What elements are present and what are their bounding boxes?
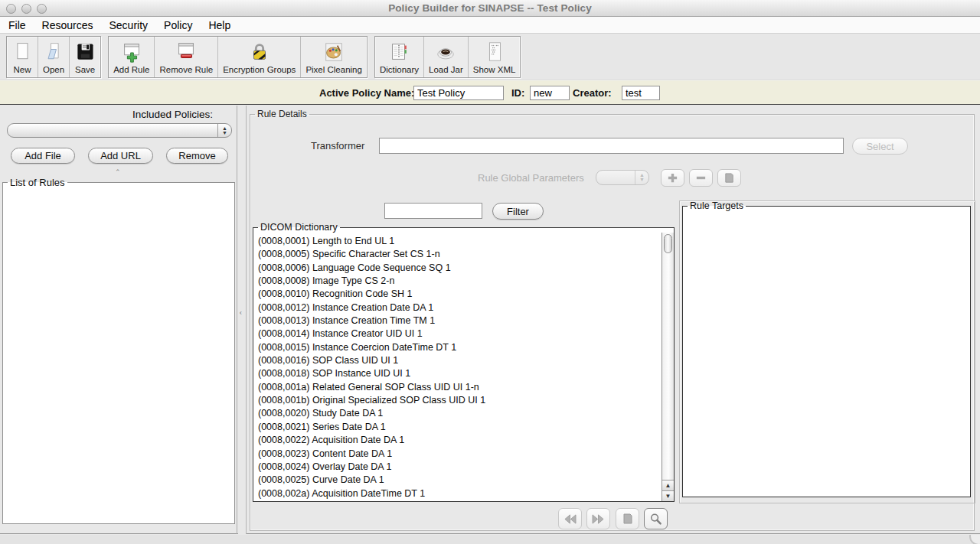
magnifier-icon <box>649 513 662 526</box>
list-item[interactable]: (0008,0008) Image Type CS 2-n <box>255 275 661 288</box>
left-panel: Included Policies: ▲▼ Add File Add URL R… <box>0 106 237 534</box>
policy-id-field[interactable] <box>530 86 570 100</box>
list-of-rules-panel[interactable]: List of Rules <box>2 177 235 524</box>
menu-item[interactable]: Resources <box>42 19 93 31</box>
transformer-field[interactable] <box>379 138 844 154</box>
list-item[interactable]: (0008,001b) Original Specialized SOP Cla… <box>255 394 661 407</box>
toolbar-group-rules: Add Rule Remove Rule <box>108 36 368 78</box>
list-item[interactable]: (0008,0013) Instance Creation Time TM 1 <box>255 314 661 327</box>
transformer-label: Transformer <box>311 140 364 151</box>
vertical-scrollbar[interactable]: ▲ ▼ <box>662 233 674 501</box>
menu-item[interactable]: Security <box>109 19 148 31</box>
padlock-icon <box>248 39 271 65</box>
collapse-handle-icon[interactable]: ⌃ <box>115 168 121 176</box>
add-rule-button[interactable]: Add Rule <box>109 37 155 77</box>
list-item[interactable]: (0008,0005) Specific Character Set CS 1-… <box>255 248 661 261</box>
list-item[interactable]: (0008,0021) Series Date DA 1 <box>255 421 661 434</box>
page-icon <box>622 513 634 525</box>
scrollbar-thumb[interactable] <box>664 234 672 253</box>
policy-creator-label: Creator: <box>573 87 612 99</box>
remove-rule-icon <box>174 39 198 65</box>
previous-rule-button[interactable] <box>558 508 582 529</box>
rule-global-parameters-combobox[interactable]: ▲▼ <box>596 170 649 185</box>
list-item[interactable]: (0008,0006) Language Code Sequence SQ 1 <box>255 262 661 275</box>
main-content: Included Policies: ▲▼ Add File Add URL R… <box>0 106 980 534</box>
add-parameter-button[interactable] <box>661 169 684 187</box>
list-item[interactable]: (0008,0014) Instance Creator UID UI 1 <box>255 327 661 340</box>
menu-item[interactable]: File <box>8 19 26 31</box>
encryption-groups-button[interactable]: Encryption Groups <box>218 37 301 77</box>
new-button[interactable]: New <box>7 37 38 77</box>
rule-targets-outer-panel: Rule Targets <box>679 200 975 503</box>
add-url-button[interactable]: Add URL <box>88 148 153 164</box>
active-policy-name-label: Active Policy Name: <box>319 87 414 99</box>
list-item[interactable]: (0008,002a) Acquisition DateTime DT 1 <box>255 487 661 500</box>
active-policy-name-field[interactable] <box>413 86 504 100</box>
spinner-arrows-icon[interactable]: ▲▼ <box>635 171 648 184</box>
toolbar: New Open <box>0 34 980 80</box>
list-item[interactable]: (0008,0023) Content Date DA 1 <box>255 448 661 461</box>
included-policies-combobox[interactable]: ▲▼ <box>7 123 232 138</box>
toolbar-group-tools: Dictionary Load Jar <box>374 36 521 78</box>
view-rule-button[interactable] <box>616 508 639 529</box>
plus-icon <box>667 172 678 184</box>
window-title: Policy Builder for SINAPSE -- Test Polic… <box>0 2 980 14</box>
load-jar-button[interactable]: Load Jar <box>424 37 469 77</box>
list-item[interactable]: (0008,0024) Overlay Date DA 1 <box>255 461 661 474</box>
policy-id-label: ID: <box>511 87 524 99</box>
toolbar-group-file: New Open <box>6 36 101 78</box>
dicom-dictionary-list[interactable]: (0008,0001) Length to End UL 1(0008,0005… <box>255 235 661 500</box>
show-xml-button[interactable]: Show XML <box>469 37 521 77</box>
select-button[interactable]: Select <box>852 138 908 155</box>
title-bar: Policy Builder for SINAPSE -- Test Polic… <box>0 0 980 17</box>
menu-bar: FileResourcesSecurityPolicyHelp <box>0 17 980 34</box>
dictionary-button[interactable]: Dictionary <box>375 37 424 77</box>
notebook-icon <box>387 39 410 65</box>
remove-rule-button[interactable]: Remove Rule <box>155 37 218 77</box>
rule-details-groupbox: Rule Details Transformer Select Rule Glo… <box>250 109 975 531</box>
rule-details-panel: Rule Details Transformer Select Rule Glo… <box>247 106 980 534</box>
list-item[interactable]: (0008,0015) Instance Coercion DateTime D… <box>255 341 661 354</box>
add-file-button[interactable]: Add File <box>11 148 75 164</box>
remove-parameter-button[interactable] <box>689 169 713 187</box>
new-document-icon <box>11 39 33 65</box>
filter-field[interactable] <box>384 203 482 219</box>
save-floppy-icon <box>74 39 96 65</box>
remove-button[interactable]: Remove <box>166 148 228 164</box>
resize-grip[interactable] <box>969 535 980 544</box>
scroll-up-icon[interactable]: ▲ <box>662 480 674 490</box>
list-item[interactable]: (0008,0022) Acquisition Date DA 1 <box>255 434 661 447</box>
menu-item[interactable]: Help <box>208 19 230 31</box>
list-item[interactable]: (0008,0001) Length to End UL 1 <box>255 235 661 248</box>
list-item[interactable]: (0008,0020) Study Date DA 1 <box>255 407 661 420</box>
list-item[interactable]: (0008,0010) Recognition Code SH 1 <box>255 288 661 301</box>
vertical-splitter[interactable]: ⌃ <box>238 106 247 534</box>
filter-button[interactable]: Filter <box>492 203 544 220</box>
save-button[interactable]: Save <box>70 37 100 77</box>
open-folder-icon <box>43 39 64 65</box>
scroll-down-icon[interactable]: ▼ <box>662 490 674 501</box>
xml-page-icon <box>483 39 506 65</box>
open-button[interactable]: Open <box>38 37 70 77</box>
next-rule-button[interactable] <box>586 508 610 529</box>
policy-creator-field[interactable] <box>622 86 660 100</box>
rule-targets-panel[interactable]: Rule Targets <box>682 200 971 497</box>
rule-global-parameters-label: Rule Global Parameters <box>478 172 584 184</box>
pixel-cleaning-button[interactable]: Pixel Cleaning <box>301 37 367 77</box>
add-rule-icon <box>119 39 144 65</box>
active-policy-bar: Active Policy Name: ID: Creator: <box>0 80 980 105</box>
inspect-button[interactable] <box>644 508 668 529</box>
dicom-dictionary-panel: DICOM Dictionary (0008,0001) Length to E… <box>253 222 675 502</box>
list-item[interactable]: (0008,001a) Related General SOP Class UI… <box>255 381 661 394</box>
list-item[interactable]: (0008,0018) SOP Instance UID UI 1 <box>255 367 661 380</box>
list-item[interactable]: (0008,0016) SOP Class UID UI 1 <box>255 354 661 367</box>
list-item[interactable]: (0008,0025) Curve Date DA 1 <box>255 474 661 487</box>
rewind-icon <box>563 513 577 525</box>
menu-item[interactable]: Policy <box>164 19 192 31</box>
palette-icon <box>322 39 345 65</box>
edit-parameter-button[interactable] <box>717 169 741 187</box>
list-item[interactable]: (0008,0012) Instance Creation Date DA 1 <box>255 301 661 314</box>
included-policies-label: Included Policies: <box>0 109 213 120</box>
spinner-arrows-icon[interactable]: ▲▼ <box>217 124 231 137</box>
splitter-collapse-icon[interactable]: ⌃ <box>239 310 247 316</box>
